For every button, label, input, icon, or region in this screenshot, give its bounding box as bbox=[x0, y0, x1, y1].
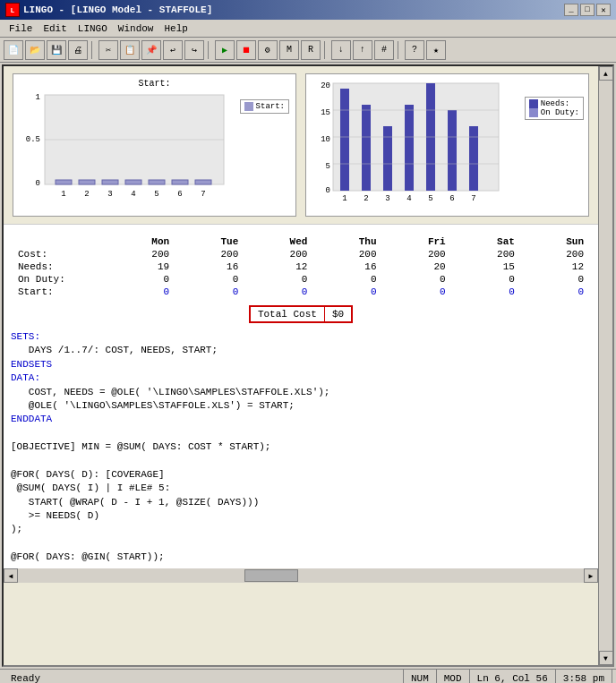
keyword-endsets: ENDSETS bbox=[11, 359, 52, 370]
svg-rect-4 bbox=[56, 180, 72, 184]
scroll-thumb[interactable] bbox=[244, 569, 298, 582]
duty-chart-legend: Needs: On Duty: bbox=[525, 97, 584, 120]
code-line-for5: ); bbox=[11, 523, 591, 536]
col-header-wed: Wed bbox=[245, 235, 314, 248]
onduty-sun: 0 bbox=[522, 273, 591, 286]
num-indicator: NUM bbox=[411, 673, 429, 684]
menu-help[interactable]: Help bbox=[158, 22, 192, 35]
onduty-wed: 0 bbox=[245, 273, 314, 286]
scroll-area: Start: 1 0.5 0 bbox=[4, 66, 598, 665]
menu-window[interactable]: Window bbox=[113, 22, 159, 35]
minimize-button[interactable]: _ bbox=[564, 4, 578, 16]
needs-tue: 16 bbox=[176, 260, 245, 273]
svg-rect-9 bbox=[172, 180, 188, 184]
start-sat[interactable]: 0 bbox=[453, 286, 522, 298]
title-bar: L LINGO - [LINGO Model - STAFFOLE] _ □ ✕ bbox=[0, 0, 616, 20]
redo-button[interactable]: ↪ bbox=[184, 40, 204, 60]
code-line-for2: @SUM( DAYS( I) | I #LE# 5: bbox=[11, 482, 591, 495]
svg-text:0: 0 bbox=[36, 179, 40, 188]
import-button[interactable]: ↓ bbox=[331, 40, 351, 60]
start-wed[interactable]: 0 bbox=[245, 286, 314, 298]
menu-file[interactable]: File bbox=[4, 22, 38, 35]
code-line-blank3 bbox=[11, 537, 591, 551]
start-fri[interactable]: 0 bbox=[384, 286, 453, 298]
scroll-left-button[interactable]: ◀ bbox=[4, 568, 18, 583]
menu-edit[interactable]: Edit bbox=[38, 22, 72, 35]
code-line-sets: SETS: bbox=[11, 330, 591, 344]
save-button[interactable]: 💾 bbox=[47, 40, 66, 60]
start-chart-legend: Start: bbox=[240, 99, 289, 114]
svg-rect-29 bbox=[383, 126, 392, 191]
total-cost-value: $0 bbox=[325, 307, 351, 321]
onduty-mon: 0 bbox=[107, 273, 176, 286]
info-button[interactable]: ★ bbox=[426, 40, 446, 60]
cost-fri: 200 bbox=[384, 248, 453, 260]
vscroll-track[interactable] bbox=[599, 81, 613, 651]
vertical-scrollbar[interactable]: ▲ ▼ bbox=[598, 66, 612, 665]
onduty-fri: 0 bbox=[384, 273, 453, 286]
keyword-data: DATA: bbox=[11, 372, 40, 383]
options-button[interactable]: ⚙ bbox=[258, 40, 278, 60]
needs-wed: 12 bbox=[245, 260, 314, 273]
svg-rect-27 bbox=[362, 105, 371, 191]
grid-button[interactable]: # bbox=[374, 40, 394, 60]
scroll-track[interactable] bbox=[18, 568, 584, 583]
data-table-area: Mon Tue Wed Thu Fri Sat Sun Cost: 200 bbox=[4, 232, 598, 302]
svg-rect-37 bbox=[469, 126, 478, 191]
table-row: Cost: 200 200 200 200 200 200 200 bbox=[11, 248, 591, 260]
svg-text:20: 20 bbox=[321, 81, 330, 90]
svg-text:10: 10 bbox=[321, 135, 330, 144]
scroll-up-button[interactable]: ▲ bbox=[599, 66, 613, 81]
status-mod: MOD bbox=[437, 670, 470, 683]
svg-text:5: 5 bbox=[428, 194, 432, 203]
code-area[interactable]: SETS: DAYS /1..7/: COST, NEEDS, START; E… bbox=[4, 327, 598, 568]
svg-text:7: 7 bbox=[201, 190, 205, 199]
range-button[interactable]: R bbox=[301, 40, 321, 60]
cursor-position: Ln 6, Col 56 bbox=[477, 673, 548, 684]
horizontal-scrollbar[interactable]: ◀ ▶ bbox=[4, 568, 598, 583]
total-cost-label: Total Cost bbox=[251, 307, 325, 321]
start-tue[interactable]: 0 bbox=[176, 286, 245, 298]
restore-button[interactable]: □ bbox=[580, 4, 595, 16]
code-line-enddata: ENDDATA bbox=[11, 413, 591, 426]
duty-chart: 20 15 10 5 0 bbox=[305, 73, 589, 217]
svg-text:2: 2 bbox=[84, 190, 89, 199]
help-button[interactable]: ? bbox=[405, 40, 424, 60]
code-line-endsets: ENDSETS bbox=[11, 358, 591, 371]
spacer bbox=[4, 225, 598, 232]
print-button[interactable]: 🖨 bbox=[68, 40, 88, 60]
stop-button[interactable]: ⏹ bbox=[236, 40, 256, 60]
undo-button[interactable]: ↩ bbox=[163, 40, 183, 60]
mod-indicator: MOD bbox=[444, 673, 462, 684]
start-mon[interactable]: 0 bbox=[107, 286, 176, 298]
svg-rect-10 bbox=[195, 180, 211, 184]
start-thu[interactable]: 0 bbox=[314, 286, 383, 298]
svg-text:1: 1 bbox=[36, 93, 40, 102]
copy-button[interactable]: 📋 bbox=[120, 40, 140, 60]
col-header-sat: Sat bbox=[453, 235, 522, 248]
col-header-sun: Sun bbox=[522, 235, 591, 248]
scroll-right-button[interactable]: ▶ bbox=[584, 568, 598, 583]
close-button[interactable]: ✕ bbox=[596, 4, 611, 16]
cost-sun: 200 bbox=[522, 248, 591, 260]
new-button[interactable]: 📄 bbox=[4, 40, 23, 60]
export-button[interactable]: ↑ bbox=[353, 40, 372, 60]
col-header-label bbox=[11, 235, 107, 248]
app-icon: L bbox=[5, 3, 20, 17]
menu-lingo[interactable]: LINGO bbox=[73, 22, 113, 35]
svg-text:7: 7 bbox=[471, 194, 475, 203]
paste-button[interactable]: 📌 bbox=[141, 40, 161, 60]
solve-button[interactable]: ▶ bbox=[215, 40, 235, 60]
svg-text:0: 0 bbox=[326, 186, 330, 195]
needs-sun: 12 bbox=[522, 260, 591, 273]
col-header-mon: Mon bbox=[107, 235, 176, 248]
code-line-for3: START( @WRAP( D - I + 1, @SIZE( DAYS))) bbox=[11, 496, 591, 509]
model-button[interactable]: M bbox=[279, 40, 299, 60]
col-header-fri: Fri bbox=[384, 235, 453, 248]
open-button[interactable]: 📂 bbox=[25, 40, 45, 60]
start-sun[interactable]: 0 bbox=[522, 286, 591, 298]
cut-button[interactable]: ✂ bbox=[98, 40, 118, 60]
table-row: Needs: 19 16 12 16 20 15 12 bbox=[11, 260, 591, 273]
toolbar: 📄 📂 💾 🖨 ✂ 📋 📌 ↩ ↪ ▶ ⏹ ⚙ M R ↓ ↑ # ? ★ bbox=[0, 38, 616, 63]
scroll-down-button[interactable]: ▼ bbox=[599, 651, 613, 665]
